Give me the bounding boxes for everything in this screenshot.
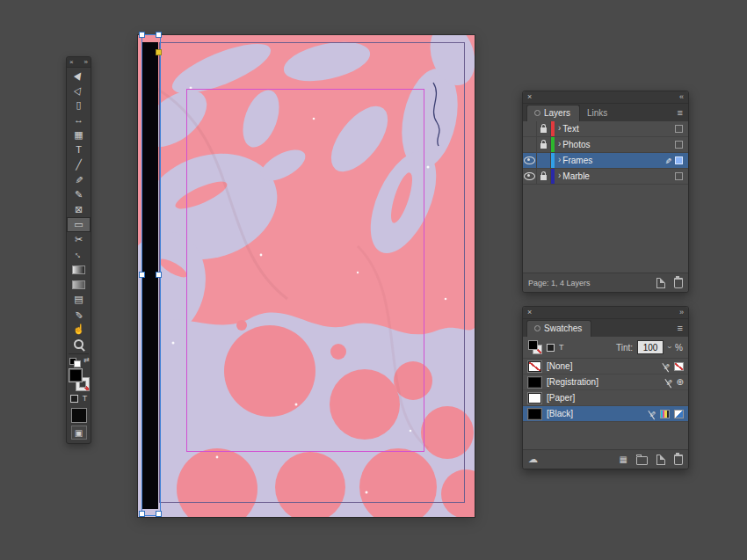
layers-panel-menu-icon[interactable]: ≡ [678, 107, 683, 118]
tab-links[interactable]: Links [580, 105, 616, 121]
tab-layers[interactable]: Layers [526, 105, 580, 121]
default-stroke-icon [74, 360, 81, 367]
lock-cell[interactable] [537, 169, 551, 184]
swap-fill-stroke-icon[interactable]: ⇄ [83, 357, 90, 364]
selection-handle[interactable] [139, 511, 145, 517]
selection-handle[interactable] [139, 32, 145, 38]
disclosure-icon[interactable]: › [558, 139, 561, 149]
adobe-color-cloud-icon[interactable]: ☁ [528, 454, 538, 465]
line-tool[interactable]: ╱ [67, 157, 91, 172]
non-editable-pen-icon: ✎ [662, 363, 671, 370]
indesign-window: × » ▶ ▷ ▯ ↔ ▦ T ╱ ✎ ✎ ⊠ ▭ ✂ ↔ ▤ ✎ ☝ ⇄ [0, 0, 747, 560]
layer-color-bar [551, 169, 555, 184]
eye-icon [524, 172, 535, 180]
lock-cell[interactable] [537, 137, 551, 152]
tab-swatches[interactable]: Swatches [526, 320, 591, 337]
tint-dropdown-icon[interactable]: › [665, 346, 674, 349]
panel-fill-stroke-proxy[interactable] [528, 340, 542, 354]
show-swatch-kinds-icon[interactable]: ▦ [620, 455, 627, 464]
selection-handle[interactable] [156, 511, 162, 517]
note-tool[interactable]: ▤ [67, 292, 91, 307]
content-collector-tool[interactable]: ▦ [67, 127, 91, 142]
visibility-cell[interactable] [523, 169, 537, 184]
swatch-row-registration[interactable]: [Registration] ✎ ⊕ [523, 375, 688, 390]
gap-tool[interactable]: ↔ [67, 113, 91, 127]
selection-handle[interactable] [156, 272, 162, 278]
swatch-row-black[interactable]: [Black] ✎ [523, 406, 688, 422]
swatches-panel-menu-icon[interactable]: ≡ [678, 323, 683, 333]
gradient-feather-tool-icon [72, 280, 85, 289]
fill-swatch[interactable] [69, 368, 83, 382]
direct-selection-tool[interactable]: ▷ [67, 83, 91, 98]
non-editable-pen-icon: ✎ [664, 379, 673, 386]
visibility-cell[interactable] [523, 121, 537, 136]
layer-color-bar [551, 137, 555, 152]
disclosure-icon[interactable]: › [558, 171, 561, 180]
selection-handle[interactable] [156, 32, 162, 38]
rectangle-frame-tool[interactable]: ⊠ [67, 202, 91, 217]
layer-color-bar [551, 153, 555, 168]
disclosure-icon[interactable]: › [558, 123, 561, 133]
lock-cell[interactable] [537, 153, 551, 168]
line-tool-icon: ╱ [76, 160, 82, 170]
swatch-name: [Registration] [547, 377, 598, 387]
new-swatch-icon[interactable] [656, 455, 665, 465]
layer-row-text[interactable]: › Text [523, 121, 688, 137]
layer-name: Frames [562, 156, 592, 165]
layer-target-square[interactable] [675, 156, 683, 164]
default-fill-stroke[interactable]: ⇄ [68, 357, 90, 367]
pen-tool[interactable]: ✎ [67, 172, 91, 187]
layer-target-square[interactable] [675, 141, 683, 149]
tint-value-field[interactable]: 100 [637, 340, 664, 354]
lock-cell[interactable] [537, 121, 551, 136]
swatch-chip-registration [528, 377, 541, 388]
disclosure-icon[interactable]: › [558, 155, 561, 164]
formatting-text-icon[interactable]: T [83, 394, 88, 403]
new-layer-icon[interactable] [656, 278, 665, 288]
zoom-tool[interactable] [67, 337, 91, 352]
layer-row-frames[interactable]: › Frames ✎ [523, 153, 688, 169]
new-color-group-icon[interactable] [636, 456, 648, 465]
note-tool-icon: ▤ [74, 295, 83, 304]
document-page[interactable] [138, 35, 475, 517]
tools-close-icon[interactable]: × [69, 59, 74, 66]
swatch-row-none[interactable]: [None] ✎ [523, 359, 688, 375]
swatches-expand-icon[interactable]: » [679, 309, 684, 316]
layer-row-photos[interactable]: › Photos [523, 137, 688, 153]
corner-edit-handle[interactable] [156, 49, 162, 55]
screen-mode-button[interactable]: ▣ [71, 425, 87, 440]
pencil-tool[interactable]: ✎ [67, 187, 91, 202]
rectangle-tool[interactable]: ▭ [67, 217, 91, 232]
swatch-row-paper[interactable]: [Paper] [523, 390, 688, 406]
type-tool[interactable]: T [67, 142, 91, 157]
swatches-close-icon[interactable]: × [527, 309, 532, 316]
layer-target-square[interactable] [675, 125, 683, 133]
delete-swatch-icon[interactable] [674, 455, 683, 465]
swatch-chip-paper [528, 393, 541, 404]
gradient-swatch-tool[interactable] [67, 262, 91, 277]
hand-tool[interactable]: ☝ [67, 322, 91, 337]
formatting-text-icon[interactable]: T [559, 343, 564, 352]
formatting-container-icon[interactable] [70, 395, 78, 403]
layers-collapse-icon[interactable]: « [679, 93, 684, 101]
gradient-feather-tool[interactable] [67, 277, 91, 292]
scissors-tool[interactable]: ✂ [67, 232, 91, 247]
formatting-container-icon[interactable] [547, 344, 555, 352]
selection-tool-icon: ▶ [73, 69, 85, 81]
free-transform-tool[interactable]: ↔ [67, 247, 91, 262]
layers-close-icon[interactable]: × [527, 93, 532, 101]
visibility-cell[interactable] [523, 137, 537, 152]
selection-tool[interactable]: ▶ [67, 68, 91, 83]
direct-selection-tool-icon: ▷ [73, 84, 85, 96]
page-tool[interactable]: ▯ [67, 98, 91, 113]
marble-artwork [138, 35, 475, 517]
eyedropper-tool[interactable]: ✎ [67, 307, 91, 322]
layer-target-square[interactable] [675, 172, 683, 180]
page-tool-icon: ▯ [76, 100, 81, 110]
layer-row-marble[interactable]: › Marble [523, 169, 688, 185]
apply-color-button[interactable] [71, 408, 87, 423]
delete-layer-icon[interactable] [674, 278, 683, 288]
visibility-cell[interactable] [523, 153, 537, 168]
selection-handle[interactable] [139, 272, 145, 278]
tools-expand-icon[interactable]: » [84, 59, 88, 66]
